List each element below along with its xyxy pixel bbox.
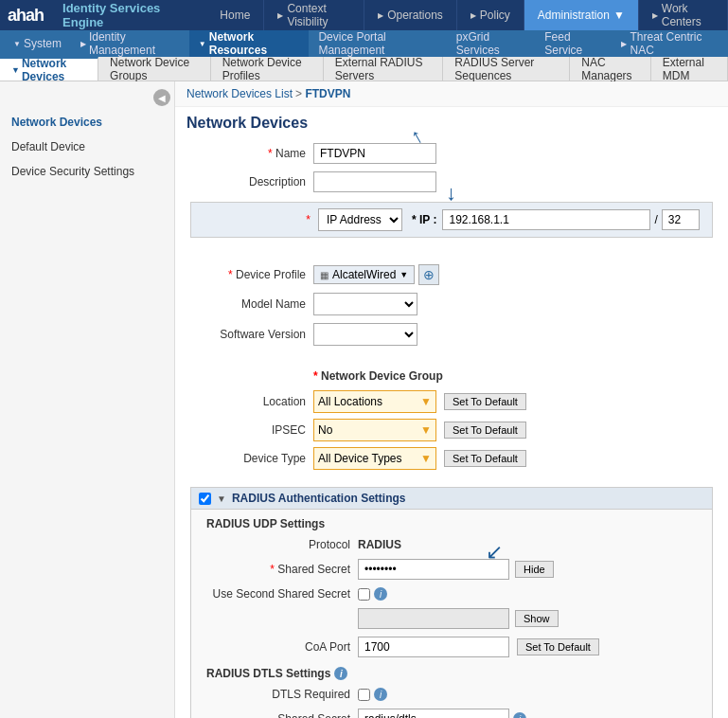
nav-identity-management[interactable]: ▶Identity Management [71,30,189,57]
software-version-label: Software Version [190,328,313,341]
dtls-shared-secret-label: Shared Secret [206,712,358,718]
radius-checkbox[interactable] [199,493,211,505]
use-second-info-icon[interactable]: i [374,587,387,601]
device-profile-select[interactable]: ▦ AlcatelWired ▼ [313,265,415,284]
form-section: ↓ Name Description ↓ IP Address [175,135,728,361]
dtls-shared-secret-row: Shared Secret i [206,709,697,718]
ip-input[interactable] [442,209,650,230]
dtls-required-label: DTLS Required [206,688,358,701]
breadcrumb-separator: > [295,87,305,100]
nav-work-centers[interactable]: ▶Work Centers [639,0,728,30]
sidebar-item-default-device[interactable]: Default Device [0,135,174,159]
nav-context-visibility[interactable]: ▶Context Visibility [264,0,364,30]
breadcrumb-list-link[interactable]: Network Devices List [186,87,293,100]
location-dropdown-icon: ▼ [420,395,432,408]
nav-pxgrid[interactable]: pxGrid Services [447,30,535,57]
device-type-label: Device Type [190,452,313,465]
device-type-select[interactable]: All Device Types ▼ [313,447,436,470]
nav-operations[interactable]: ▶Operations [364,0,457,30]
nav-network-resources[interactable]: ▼Network Resources [189,30,310,57]
location-select[interactable]: All Locations ▼ [313,390,436,413]
coa-port-row: CoA Port Set To Default [206,637,697,657]
dtls-info-icon[interactable]: i [334,667,347,680]
protocol-row: Protocol RADIUS [206,538,697,551]
use-second-label: Use Second Shared Secret [206,587,358,601]
radius-udp-title: RADIUS UDP Settings [206,517,697,530]
radius-collapse-icon: ▼ [217,494,226,504]
location-label: Location [190,395,313,408]
nav-administration[interactable]: Administration▼ [524,0,639,30]
location-set-default-btn[interactable]: Set To Default [444,393,526,410]
description-label: Description [190,175,313,188]
page-title: Network Devices [175,107,728,135]
use-second-secret-row: Use Second Shared Secret i [206,587,697,601]
nav-home[interactable]: Home [206,0,264,30]
coa-port-label: CoA Port [206,640,358,654]
sidebar-item-network-devices[interactable]: Network Devices [0,110,174,135]
model-name-select[interactable] [313,293,417,315]
sidebar-collapse-btn[interactable]: ◀ [153,89,170,106]
device-type-row: Device Type All Device Types ▼ Set To De… [190,447,713,470]
ipsec-label: IPSEC [190,423,313,437]
ndg-section: Network Device Group Location All Locati… [175,361,728,479]
nav-feed-service[interactable]: Feed Service [535,30,612,57]
ipsec-set-default-btn[interactable]: Set To Default [444,422,526,439]
device-profile-row: Device Profile ▦ AlcatelWired ▼ ⊕ [190,264,713,285]
content-area: Network Devices List > FTDVPN Network De… [175,81,728,718]
nav-device-portal[interactable]: Device Portal Management [309,30,446,57]
ip-type-label [195,213,318,226]
sidebar-item-device-security[interactable]: Device Security Settings [0,159,174,184]
radius-body: RADIUS UDP Settings ↙ Protocol RADIUS Sh… [191,510,712,718]
top-nav-items: Home ▶Context Visibility ▶Operations ▶Po… [206,0,728,30]
software-version-select[interactable] [313,323,417,346]
nav-policy[interactable]: ▶Policy [457,0,524,30]
tab-external-radius[interactable]: External RADIUS Servers [324,57,444,81]
use-second-checkbox[interactable] [358,588,370,601]
tab-radius-sequences[interactable]: RADIUS Server Sequences [443,57,570,81]
dtls-required-info-icon[interactable]: i [374,688,387,701]
dtls-shared-secret-input[interactable] [358,709,509,718]
ip-slash: / [650,213,661,226]
description-input[interactable] [313,171,436,192]
ipsec-select[interactable]: No ▼ [313,419,436,441]
ipsec-dropdown-icon: ▼ [420,423,432,437]
shared-secret-row: Shared Secret Hide [206,559,697,580]
device-type-set-default-btn[interactable]: Set To Default [444,450,526,467]
tab-network-device-profiles[interactable]: Network Device Profiles [211,57,324,81]
radius-title: RADIUS Authentication Settings [232,492,406,505]
tab-external-mdm[interactable]: External MDM [651,57,728,81]
model-name-label: Model Name [190,297,313,311]
second-shared-secret-row: Show [206,608,697,629]
coa-set-default-btn[interactable]: Set To Default [517,638,599,655]
dtls-required-row: DTLS Required i [206,688,697,701]
second-shared-secret-input[interactable] [358,608,509,629]
device-profile-label: Device Profile [190,268,313,281]
dtls-shared-secret-info-icon[interactable]: i [513,712,526,718]
ip-colon: * IP : [406,213,442,226]
sidebar: ◀ Network Devices Default Device Device … [0,81,175,718]
hide-btn[interactable]: Hide [515,561,554,578]
protocol-container: ↙ Protocol RADIUS [206,538,697,551]
nav-threat-centric[interactable]: ▶Threat Centric NAC [612,30,724,57]
cisco-logo-text: ahah [8,6,44,26]
show-btn[interactable]: Show [515,610,559,627]
dtls-required-checkbox[interactable] [358,689,370,701]
radius-section: ▼ RADIUS Authentication Settings RADIUS … [190,487,713,718]
breadcrumb-current: FTDVPN [305,87,350,100]
tab-network-devices[interactable]: ▼Network Devices [0,57,98,81]
nav-system[interactable]: ▼System [4,30,71,57]
shared-secret-label: Shared Secret [206,563,358,576]
radius-header: ▼ RADIUS Authentication Settings [191,488,712,510]
device-profile-add-btn[interactable]: ⊕ [418,264,439,285]
top-navigation: ahah Identity Services Engine Home ▶Cont… [0,0,728,30]
ipsec-row: IPSEC No ▼ Set To Default [190,419,713,441]
protocol-label: Protocol [206,538,358,551]
tab-network-device-groups[interactable]: Network Device Groups [98,57,211,81]
name-row: Name [190,143,713,164]
ip-mask-input[interactable] [662,209,700,230]
tab-nac-managers[interactable]: NAC Managers [570,57,651,81]
dtls-title: RADIUS DTLS Settings i [206,667,697,680]
ip-type-select[interactable]: IP Address [318,208,402,231]
coa-port-input[interactable] [358,637,509,657]
main-layout: ◀ Network Devices Default Device Device … [0,81,728,718]
